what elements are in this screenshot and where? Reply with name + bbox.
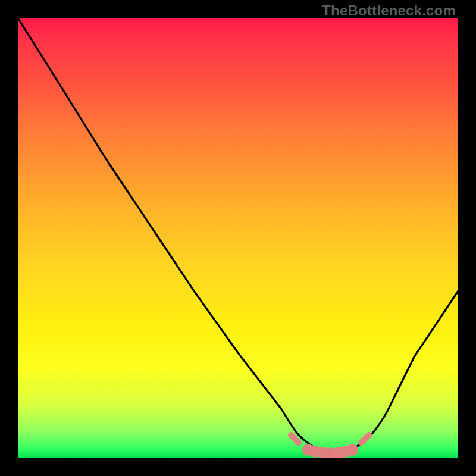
chart-frame	[18, 18, 458, 458]
watermark-text: TheBottleneck.com	[322, 2, 456, 19]
marker-right	[361, 435, 369, 443]
bottleneck-curve-line	[18, 18, 458, 454]
marker-dot	[349, 447, 355, 453]
chart-svg	[18, 18, 458, 458]
marker-left	[291, 435, 299, 443]
